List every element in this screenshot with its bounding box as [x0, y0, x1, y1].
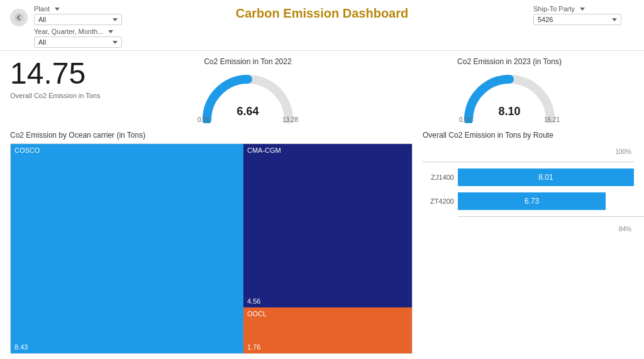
plant-dropdown-chevron: [113, 18, 118, 21]
bar-section: Overall Co2 Emission in Tons by Route 10…: [423, 131, 634, 354]
gauge-2023-min: 0.00: [459, 116, 471, 123]
treemap-section: Co2 Emission by Ocean carrier (in Tons) …: [10, 131, 413, 354]
gauge-2022-max: 13.28: [282, 116, 298, 123]
ship-to-party-dropdown[interactable]: 5426: [533, 14, 621, 25]
date-label-chevron: [108, 30, 113, 33]
gauge-2023-title: Co2 Emission in 2023 (in Tons): [457, 57, 562, 66]
treemap-cosco: COSCO 8.43: [11, 144, 243, 353]
bar-chart-title: Overall Co2 Emission in Tons by Route: [423, 131, 634, 140]
treemap: COSCO 8.43 CMA-CGM 4.56 OOCL 1.76: [10, 143, 413, 354]
bar-top-axis: [423, 162, 634, 162]
page-title: Carbon Emission Dashboard: [236, 6, 409, 21]
gauge-2022-title: Co2 Emission in Ton 2022: [204, 57, 291, 66]
bar-row-zt4200: ZT4200 6.73: [423, 192, 634, 210]
treemap-oocl-value: 1.76: [247, 343, 260, 351]
treemap-cmacgm-label: CMA-CGM: [247, 146, 408, 154]
bottom-section: Co2 Emission by Ocean carrier (in Tons) …: [0, 126, 644, 359]
treemap-title: Co2 Emission by Ocean carrier (in Tons): [10, 131, 413, 140]
overall-value: 14.75: [10, 57, 86, 91]
plant-dropdown[interactable]: All: [34, 14, 122, 25]
svg-point-0: [14, 13, 23, 22]
ship-to-party-dropdown-chevron: [612, 18, 617, 21]
treemap-oocl-label: OOCL: [247, 310, 408, 318]
plant-filter-label: Plant: [34, 5, 135, 13]
filters-left: Plant All Year, Quarter, Month... All: [34, 5, 135, 48]
bar-bottom-axis: [458, 216, 644, 217]
bar-fill-zj1400: 8.01: [458, 168, 634, 186]
back-button[interactable]: [10, 9, 28, 26]
filters-right: Ship-To Party 5426: [533, 5, 634, 25]
gauge-2022: Co2 Emission in Ton 2022 6.64 0.00 13.28: [123, 57, 372, 123]
gauge-2022-wrap: 6.64 0.00 13.28: [197, 70, 298, 123]
bar-row-zj1400: ZJ1400 8.01: [423, 168, 634, 186]
plant-label-chevron: [55, 8, 60, 11]
ship-to-party-label: Ship-To Party: [533, 5, 634, 13]
bar-bottom-pct: 84%: [423, 226, 634, 233]
treemap-oocl: OOCL 1.76: [243, 307, 412, 353]
bar-fill-zt4200: 6.73: [458, 192, 606, 210]
gauge-2023-wrap: 8.10 0.00 16.21: [459, 70, 560, 123]
gauge-2023: Co2 Emission in 2023 (in Tons) 8.10 0.00…: [385, 57, 634, 123]
overall-label: Overall Co2 Emission in Tons: [10, 92, 100, 99]
bar-label-zt4200: ZT4200: [423, 197, 454, 205]
date-dropdown[interactable]: All: [34, 36, 122, 48]
treemap-right: CMA-CGM 4.56 OOCL 1.76: [243, 144, 412, 353]
date-filter-group: Year, Quarter, Month... All: [34, 28, 135, 48]
ship-to-party-filter-group: Ship-To Party 5426: [533, 5, 634, 25]
date-filter-label: Year, Quarter, Month...: [34, 28, 135, 35]
bar-track-zt4200: 6.73: [458, 192, 634, 210]
gauge-2023-value: 8.10: [498, 105, 520, 118]
treemap-cmacgm-value: 4.56: [247, 297, 260, 305]
treemap-cosco-value: 8.43: [14, 343, 28, 351]
bar-chart: 100% ZJ1400 8.01 ZT4200 6.73 84%: [423, 148, 634, 233]
gauge-2022-value: 6.64: [236, 105, 258, 118]
ship-to-party-label-chevron: [580, 8, 585, 11]
dashboard: Plant All Year, Quarter, Month... All: [0, 0, 644, 359]
bar-track-zj1400: 8.01: [458, 168, 634, 186]
gauge-2022-min: 0.00: [197, 116, 209, 123]
treemap-cosco-label: COSCO: [14, 146, 240, 154]
treemap-cmacgm: CMA-CGM 4.56: [243, 144, 412, 307]
bar-label-zj1400: ZJ1400: [423, 174, 454, 181]
overall-metric: 14.75 Overall Co2 Emission in Tons: [10, 57, 111, 99]
bar-top-pct: 100%: [423, 148, 634, 155]
plant-filter-group: Plant All: [34, 5, 135, 25]
metrics-row: 14.75 Overall Co2 Emission in Tons Co2 E…: [0, 51, 644, 126]
top-bar: Plant All Year, Quarter, Month... All: [0, 0, 644, 51]
date-dropdown-chevron: [113, 41, 118, 44]
back-icon: [14, 13, 23, 22]
gauge-2023-max: 16.21: [544, 116, 560, 123]
